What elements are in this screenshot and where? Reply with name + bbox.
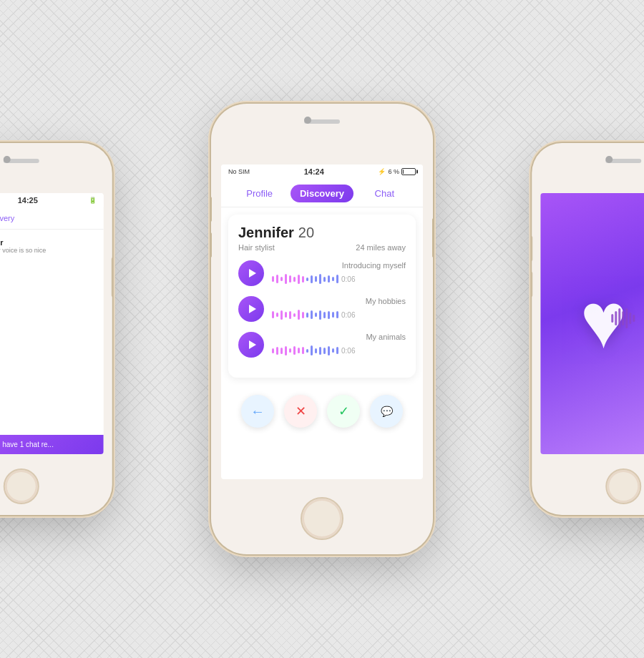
like-button[interactable]: ✓ bbox=[327, 395, 360, 428]
battery-text: 6 % bbox=[388, 168, 399, 175]
nope-button[interactable]: ✕ bbox=[284, 395, 317, 428]
profile-job: Hair stylist bbox=[238, 243, 275, 252]
status-icons-center: ⚡ 6 % bbox=[378, 168, 416, 175]
back-button[interactable]: ← bbox=[241, 395, 274, 428]
right-vol-down bbox=[532, 272, 532, 297]
audio-content-2: My hobbies bbox=[271, 297, 406, 321]
app-logo: ♥ bbox=[587, 288, 644, 360]
audio-item-2: My hobbies bbox=[238, 296, 406, 322]
center-screen: No SIM 14:24 ⚡ 6 % Profile Discovery Cha… bbox=[221, 164, 423, 479]
audio-item-1: Introducing myself bbox=[238, 260, 406, 286]
center-nav-tabs: Profile Discovery Chat bbox=[221, 179, 423, 207]
audio-duration-1: 0:06 bbox=[341, 275, 355, 283]
time-center: 14:24 bbox=[304, 167, 324, 176]
left-tab-discovery[interactable]: Discovery bbox=[0, 212, 18, 226]
home-btn-left[interactable] bbox=[3, 468, 39, 504]
carrier-center: No SIM bbox=[228, 168, 250, 175]
right-vol-up bbox=[532, 236, 532, 261]
profile-name-row: Jennifer 20 bbox=[238, 225, 406, 241]
notification-bar: You have 1 chat re... bbox=[0, 435, 104, 454]
logo-waveform bbox=[611, 308, 635, 328]
center-camera bbox=[304, 117, 311, 124]
right-bg: ♥ bbox=[540, 193, 644, 454]
play-icon-2 bbox=[249, 305, 256, 313]
profile-distance: 24 miles away bbox=[356, 243, 406, 252]
audio-label-1: Introducing myself bbox=[271, 261, 406, 270]
right-camera bbox=[605, 156, 613, 163]
play-icon-1 bbox=[249, 269, 256, 278]
center-vol-down bbox=[211, 232, 212, 257]
power-btn bbox=[112, 257, 112, 297]
audio-label-3: My animals bbox=[271, 333, 406, 341]
waveform-row-1: 0:06 bbox=[271, 272, 406, 285]
profile-meta: Hair stylist 24 miles away bbox=[238, 243, 406, 252]
chat-info: Jennifer Hey! Your voice is so nice bbox=[0, 238, 97, 254]
tab-profile[interactable]: Profile bbox=[228, 185, 291, 202]
right-screen: ♥ bbox=[540, 193, 644, 454]
phone-camera bbox=[3, 156, 10, 163]
waveform-row-3: 0:06 bbox=[271, 344, 406, 357]
center-power bbox=[432, 218, 433, 257]
time-left: 14:25 bbox=[18, 196, 38, 205]
tab-discovery[interactable]: Discovery bbox=[291, 185, 353, 202]
chat-list-item[interactable]: Jennifer Hey! Your voice is so nice bbox=[0, 230, 104, 262]
bluetooth-icon: ⚡ bbox=[378, 168, 386, 175]
waveform-3 bbox=[271, 344, 338, 357]
phone-center: No SIM 14:24 ⚡ 6 % Profile Discovery Cha… bbox=[211, 104, 433, 554]
audio-item-3: My animals bbox=[238, 332, 406, 358]
profile-header: Jennifer 20 Hair stylist 24 miles away bbox=[238, 225, 406, 252]
home-btn-right[interactable] bbox=[605, 468, 641, 504]
chat-name: Jennifer bbox=[0, 238, 97, 247]
waveform-row-2: 0:06 bbox=[271, 308, 406, 321]
left-nav: Profile Discovery bbox=[0, 207, 104, 230]
chat-preview: Hey! Your voice is so nice bbox=[0, 247, 66, 254]
super-button[interactable]: 💬 bbox=[370, 395, 403, 428]
audio-content-3: My animals bbox=[271, 333, 406, 357]
audio-duration-2: 0:06 bbox=[341, 311, 355, 319]
profile-age: 20 bbox=[298, 225, 314, 241]
play-icon-3 bbox=[249, 340, 256, 349]
status-bar-left: No SIM 14:25 🔋 bbox=[0, 193, 104, 207]
play-btn-1[interactable] bbox=[238, 260, 264, 286]
audio-content-1: Introducing myself bbox=[271, 261, 406, 285]
profile-name: Jennifer bbox=[238, 225, 294, 241]
waveform-2 bbox=[271, 308, 338, 321]
play-btn-2[interactable] bbox=[238, 296, 264, 322]
status-icons-left: 🔋 bbox=[89, 197, 97, 204]
status-bar-center: No SIM 14:24 ⚡ 6 % bbox=[221, 164, 423, 179]
audio-duration-3: 0:06 bbox=[341, 347, 355, 355]
action-row: ← ✕ ✓ 💬 bbox=[221, 385, 423, 435]
phone-left: No SIM 14:25 🔋 Profile Discovery Jennife… bbox=[0, 143, 112, 515]
notification-text: You have 1 chat re... bbox=[0, 441, 54, 448]
home-btn-center[interactable] bbox=[301, 497, 343, 540]
battery-icon bbox=[401, 168, 416, 175]
tab-chat[interactable]: Chat bbox=[353, 185, 416, 202]
center-vol-up bbox=[211, 197, 212, 222]
left-phone-screen: No SIM 14:25 🔋 Profile Discovery Jennife… bbox=[0, 193, 104, 454]
phone-right: ♥ bbox=[532, 143, 644, 515]
profile-card: Jennifer 20 Hair stylist 24 miles away I… bbox=[228, 215, 416, 378]
waveform-1 bbox=[271, 272, 338, 285]
audio-label-2: My hobbies bbox=[271, 297, 406, 305]
play-btn-3[interactable] bbox=[238, 332, 264, 358]
